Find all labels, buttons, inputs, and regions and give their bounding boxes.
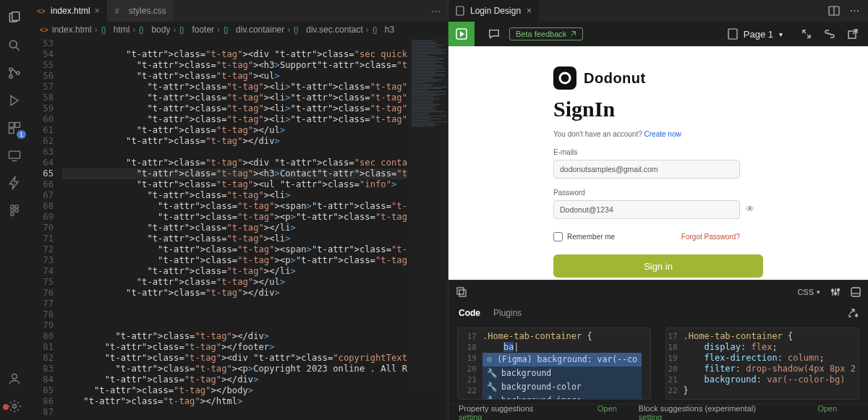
brackets-icon: {} bbox=[101, 25, 111, 35]
breadcrumbs[interactable]: <> index.html › {} html › {} body › {} f… bbox=[29, 22, 448, 38]
signin-button[interactable]: Sign in bbox=[553, 254, 763, 278]
snippet-code[interactable]: .Home-tab-container { ba|⚙(Figma) backgr… bbox=[482, 328, 650, 399]
tab-plugins[interactable]: Plugins bbox=[493, 308, 522, 318]
page-label: Page 1 bbox=[744, 29, 773, 40]
breadcrumb-item[interactable]: index.html bbox=[52, 25, 92, 35]
source-control-icon[interactable] bbox=[0, 59, 29, 87]
split-icon[interactable] bbox=[828, 5, 840, 17]
snippet-right[interactable]: 171819202122 .Home-tab-container { displ… bbox=[665, 327, 859, 400]
tab-code[interactable]: Code bbox=[459, 308, 480, 318]
preview-tab[interactable]: Login Design × bbox=[448, 0, 539, 22]
chevron-down-icon: ▾ bbox=[779, 30, 783, 38]
remember-me[interactable]: Remember me bbox=[553, 232, 615, 241]
code-content[interactable]: "t-attr">class="t-tag"><div "t-attr">cla… bbox=[62, 38, 407, 420]
svg-rect-11 bbox=[9, 151, 20, 158]
more-icon[interactable]: ⋯ bbox=[850, 5, 859, 17]
brand-text: Dodonut bbox=[584, 70, 646, 87]
tab-styles-css[interactable]: # styles.css bbox=[107, 0, 174, 22]
figma-icon[interactable] bbox=[0, 197, 29, 224]
code-editor[interactable]: 5354555657585960616263646566676869707172… bbox=[29, 38, 448, 420]
activity-bar: 1 bbox=[0, 0, 29, 420]
breadcrumb-item[interactable]: div.container bbox=[236, 25, 284, 35]
open-external-icon[interactable] bbox=[848, 29, 858, 39]
add-snippet-icon[interactable]: + bbox=[848, 308, 858, 318]
line-gutter: 5354555657585960616263646566676869707172… bbox=[29, 38, 62, 420]
email-label: E-mails bbox=[553, 148, 763, 156]
footer-block-label: Block suggestions (experimental) bbox=[639, 404, 756, 413]
brand-logo: Dodonut bbox=[553, 67, 763, 90]
suggestion-item[interactable]: 🔧background bbox=[482, 367, 642, 380]
svg-text:+: + bbox=[855, 312, 858, 318]
brackets-icon: {} bbox=[179, 25, 189, 35]
autocomplete-popup[interactable]: ⚙(Figma) background: var(--co🔧background… bbox=[482, 353, 642, 400]
email-field[interactable] bbox=[553, 160, 740, 179]
svg-rect-1 bbox=[12, 12, 20, 21]
svg-rect-34 bbox=[728, 29, 737, 39]
run-icon[interactable] bbox=[0, 87, 29, 114]
remember-checkbox[interactable] bbox=[553, 232, 563, 241]
svg-point-5 bbox=[9, 75, 12, 78]
svg-point-6 bbox=[17, 72, 20, 74]
brackets-icon: {} bbox=[138, 25, 148, 35]
play-button[interactable] bbox=[448, 22, 475, 46]
brackets-icon: {} bbox=[223, 25, 233, 35]
breadcrumb-item[interactable]: h3 bbox=[385, 25, 394, 35]
design-preview: Dodonut SignIn You don't have an account… bbox=[448, 46, 868, 280]
password-label: Password bbox=[553, 189, 763, 197]
panel-toggle-icon[interactable] bbox=[851, 287, 861, 297]
preview-tab-label: Login Design bbox=[470, 6, 521, 16]
settings-dot bbox=[3, 404, 9, 410]
svg-point-15 bbox=[11, 209, 14, 213]
comment-icon[interactable] bbox=[488, 27, 501, 40]
subtext-plain: You don't have an account? bbox=[553, 130, 644, 138]
svg-rect-10 bbox=[9, 129, 14, 134]
tab-overflow-icon[interactable]: ⋯ bbox=[424, 6, 448, 17]
breadcrumb-item[interactable]: footer bbox=[192, 25, 214, 35]
preview-pane: Login Design × ⋯ Beta feedback Page 1 ▾ bbox=[448, 0, 868, 420]
suggestion-item[interactable]: 🔧background-color bbox=[482, 380, 642, 394]
account-icon[interactable] bbox=[0, 365, 29, 393]
feedback-label: Beta feedback bbox=[516, 30, 566, 38]
breadcrumb-item[interactable]: html bbox=[114, 25, 130, 35]
login-card: Dodonut SignIn You don't have an account… bbox=[553, 67, 763, 267]
beta-feedback-button[interactable]: Beta feedback bbox=[509, 27, 583, 40]
eye-icon[interactable]: 👁 bbox=[746, 204, 754, 214]
explorer-icon[interactable] bbox=[0, 4, 29, 32]
tab-index-html[interactable]: <> index.html × bbox=[29, 0, 107, 22]
editor-tabs: <> index.html × # styles.css ⋯ bbox=[29, 0, 448, 22]
svg-text:#: # bbox=[115, 7, 119, 15]
footer-prop-label: Property suggestions bbox=[459, 404, 533, 413]
svg-point-44 bbox=[838, 288, 840, 291]
chevron-down-icon: ▾ bbox=[817, 288, 820, 296]
close-icon[interactable]: × bbox=[95, 6, 100, 16]
suggestion-item[interactable]: 🔧background-image bbox=[482, 394, 642, 400]
password-field[interactable] bbox=[553, 200, 740, 219]
svg-point-36 bbox=[560, 73, 570, 83]
snippet-code[interactable]: .Home-tab-container { display: flex; fle… bbox=[684, 328, 859, 399]
bolt-icon[interactable] bbox=[0, 169, 29, 197]
link-icon[interactable] bbox=[825, 29, 835, 39]
snippet-left[interactable]: 171819202122 .Home-tab-container { ba|⚙(… bbox=[457, 327, 651, 400]
create-now-link[interactable]: Create now bbox=[644, 130, 681, 138]
language-selector[interactable]: CSS ▾ bbox=[797, 288, 820, 296]
remote-icon[interactable] bbox=[0, 142, 29, 169]
minimap[interactable] bbox=[407, 38, 448, 420]
forgot-password-link[interactable]: Forgot Password? bbox=[681, 233, 740, 241]
code-panel-bar: CSS ▾ bbox=[448, 280, 868, 303]
suggestions-footer: Property suggestions Open setting Block … bbox=[448, 404, 868, 420]
snippets-area: 171819202122 .Home-tab-container { ba|⚙(… bbox=[448, 323, 868, 404]
breadcrumb-item[interactable]: div.sec.contact bbox=[306, 25, 362, 35]
svg-text:{}: {} bbox=[101, 26, 106, 34]
expand-icon[interactable] bbox=[801, 29, 812, 39]
breadcrumb-item[interactable]: body bbox=[151, 25, 170, 35]
extensions-icon[interactable]: 1 bbox=[0, 114, 29, 142]
close-icon[interactable]: × bbox=[527, 6, 532, 16]
settings-icon[interactable] bbox=[0, 393, 29, 420]
suggestion-item[interactable]: ⚙(Figma) background: var(--co bbox=[482, 353, 642, 367]
svg-rect-8 bbox=[9, 123, 14, 128]
search-icon[interactable] bbox=[0, 32, 29, 59]
layers-icon[interactable] bbox=[456, 286, 467, 298]
svg-point-4 bbox=[9, 68, 12, 71]
page-selector[interactable]: Page 1 ▾ bbox=[728, 28, 783, 40]
sliders-icon[interactable] bbox=[830, 287, 841, 297]
